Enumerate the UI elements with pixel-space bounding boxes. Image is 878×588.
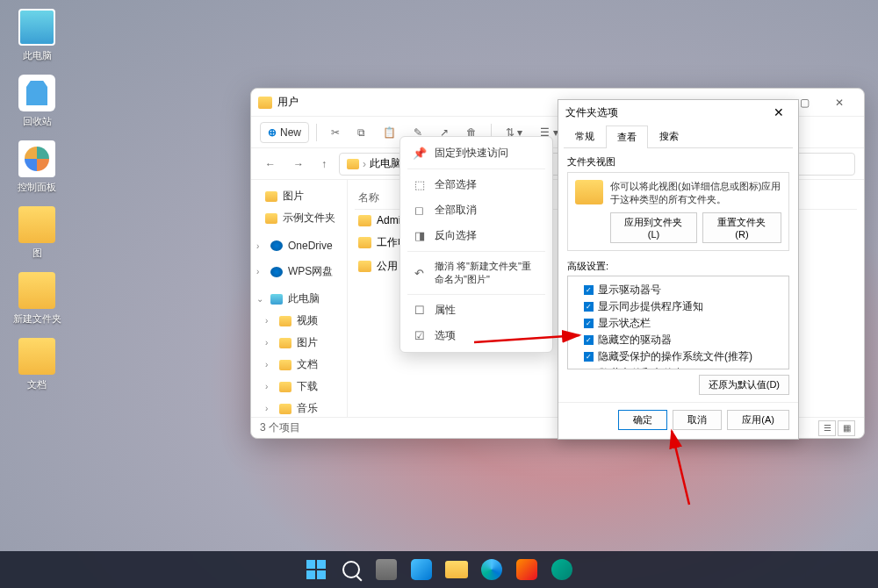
tree-item[interactable]: ✓隐藏空的驱动器 <box>572 332 785 348</box>
app-taskbar-icon[interactable] <box>546 554 578 585</box>
properties-icon: ☐ <box>413 304 426 317</box>
tree-item[interactable]: ✓隐藏受保护的操作系统文件(推荐) <box>572 348 785 365</box>
sidebar-item-thispc[interactable]: ⌄此电脑 <box>251 288 347 310</box>
selectnone-icon: ◻ <box>413 204 426 217</box>
svg-line-1 <box>672 431 689 505</box>
pin-icon: 📌 <box>413 147 426 160</box>
taskbar <box>0 551 878 588</box>
folder-icon <box>258 97 272 109</box>
sidebar-item-dl[interactable]: ›下载 <box>251 376 347 398</box>
taskview-button[interactable] <box>371 554 402 585</box>
folder-view-desc: 你可以将此视图(如详细信息或图标)应用于这种类型的所有文件夹。 <box>610 180 781 207</box>
selectall-icon: ⬚ <box>413 178 426 191</box>
tree-item[interactable]: ✓显示同步提供程序通知 <box>572 298 785 315</box>
sidebar-item-docs[interactable]: ›文档 <box>251 354 347 376</box>
up-button[interactable]: ↑ <box>316 154 332 174</box>
new-button[interactable]: ⊕New <box>260 122 309 143</box>
tab-general[interactable]: 常规 <box>564 125 606 147</box>
widgets-button[interactable] <box>406 554 437 585</box>
tree-item-folder[interactable]: 隐藏文件和文件夹 <box>572 365 785 369</box>
advanced-label: 高级设置: <box>567 260 789 273</box>
forward-button[interactable]: → <box>288 154 309 174</box>
cut-button[interactable]: ✂ <box>324 123 347 142</box>
tab-search[interactable]: 搜索 <box>648 125 690 147</box>
sidebar-item-sample[interactable]: 示例文件夹 <box>251 207 347 229</box>
ctx-undo[interactable]: ↶撤消 将"新建文件夹"重命名为"图片" <box>400 255 552 291</box>
sidebar-item-video[interactable]: ›视频 <box>251 310 347 332</box>
desktop-icon-folder-new[interactable]: 新建文件夹 <box>11 272 63 326</box>
reset-folders-button[interactable]: 重置文件夹(R) <box>702 212 781 243</box>
context-menu: 📌固定到快速访问 ⬚全部选择 ◻全部取消 ◨反向选择 ↶撤消 将"新建文件夹"重… <box>399 136 553 353</box>
advanced-settings-tree[interactable]: ✓显示驱动器号 ✓显示同步提供程序通知 ✓显示状态栏 ✓隐藏空的驱动器 ✓隐藏受… <box>567 276 789 369</box>
options-icon: ☑ <box>413 329 426 342</box>
copy-button[interactable]: ⧉ <box>350 123 372 142</box>
back-button[interactable]: ← <box>260 154 281 174</box>
tree-item[interactable]: ✓显示状态栏 <box>572 315 785 332</box>
desktop-icon-folder-docs[interactable]: 文档 <box>11 338 63 391</box>
ctx-selectnone[interactable]: ◻全部取消 <box>400 197 552 223</box>
tree-item[interactable]: ✓显示驱动器号 <box>572 282 785 298</box>
sidebar: 图片 示例文件夹 ›OneDrive ›WPS网盘 ⌄此电脑 ›视频 ›图片 ›… <box>251 180 348 417</box>
sidebar-item-onedrive[interactable]: ›OneDrive <box>251 236 347 255</box>
cancel-button[interactable]: 取消 <box>673 410 722 430</box>
window-title: 用户 <box>277 95 299 110</box>
sidebar-item-music[interactable]: ›音乐 <box>251 398 347 417</box>
invert-icon: ◨ <box>413 229 426 242</box>
ctx-options[interactable]: ☑选项 <box>400 323 552 348</box>
restore-defaults-button[interactable]: 还原为默认值(D) <box>699 375 789 395</box>
ctx-selectall[interactable]: ⬚全部选择 <box>400 172 552 197</box>
ctx-properties[interactable]: ☐属性 <box>400 298 552 323</box>
ctx-pin[interactable]: 📌固定到快速访问 <box>400 140 552 166</box>
sidebar-item-pictures[interactable]: 图片 <box>251 185 347 207</box>
explorer-taskbar-icon[interactable] <box>441 554 472 585</box>
folder-icon <box>575 180 603 204</box>
status-text: 3 个项目 <box>260 420 300 435</box>
close-button[interactable]: ✕ <box>822 90 857 115</box>
desktop-icon-thispc[interactable]: 此电脑 <box>11 9 63 62</box>
apply-button[interactable]: 应用(A) <box>727 410 789 430</box>
start-button[interactable] <box>300 554 332 585</box>
undo-icon: ↶ <box>413 267 426 280</box>
search-button[interactable] <box>335 554 367 585</box>
dialog-close-button[interactable]: ✕ <box>766 104 791 121</box>
sidebar-item-pics[interactable]: ›图片 <box>251 332 347 354</box>
edge-taskbar-icon[interactable] <box>476 554 507 585</box>
app-taskbar-icon[interactable] <box>511 554 543 585</box>
dialog-title: 文件夹选项 <box>565 105 618 120</box>
desktop-icon-folder-tu[interactable]: 图 <box>11 206 63 260</box>
desktop-icon-controlpanel[interactable]: 控制面板 <box>11 140 63 194</box>
view-icons-button[interactable]: ▦ <box>838 420 855 436</box>
tab-view[interactable]: 查看 <box>606 125 648 148</box>
folder-view-label: 文件夹视图 <box>567 155 789 169</box>
ok-button[interactable]: 确定 <box>618 410 667 430</box>
view-details-button[interactable]: ☰ <box>818 420 836 436</box>
folder-icon <box>347 159 359 169</box>
apply-to-folders-button[interactable]: 应用到文件夹(L) <box>610 212 697 243</box>
sidebar-item-wps[interactable]: ›WPS网盘 <box>251 261 347 283</box>
desktop-icon-recyclebin[interactable]: 回收站 <box>11 75 63 128</box>
ctx-invert[interactable]: ◨反向选择 <box>400 223 552 248</box>
folder-options-dialog: 文件夹选项 ✕ 常规 查看 搜索 文件夹视图 你可以将此视图(如详细信息或图标)… <box>558 99 799 440</box>
